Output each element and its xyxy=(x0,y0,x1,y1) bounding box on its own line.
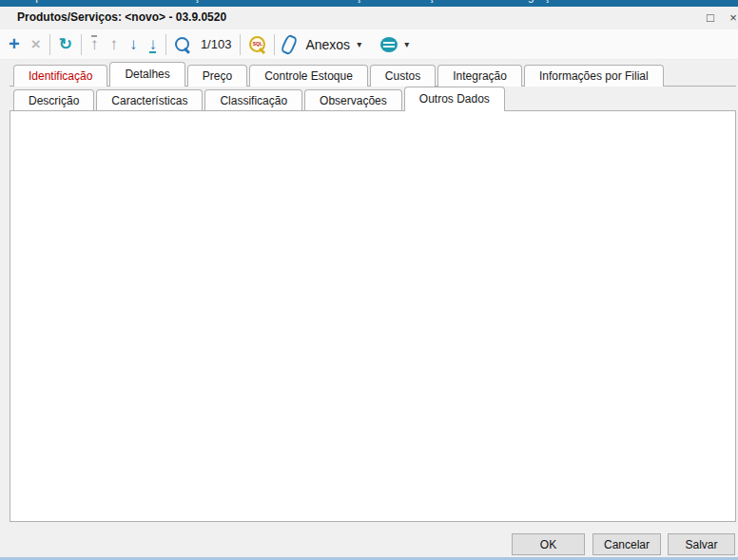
window-title: Produtos/Serviços: <novo> - 03.9.0520 xyxy=(17,10,226,24)
menu-item-orcamento[interactable]: Orçamento xyxy=(411,0,478,6)
menu-item-vendas[interactable]: Vendas xyxy=(88,0,138,6)
window-titlebar: Produtos/Serviços: <novo> - 03.9.0520 □ … xyxy=(0,7,738,30)
primary-tabstrip: Identificação Detalhes Preço Controle Es… xyxy=(13,63,666,87)
tab-identificacao[interactable]: Identificação xyxy=(13,65,107,87)
outros-dados-panel xyxy=(10,110,736,522)
cancelar-button[interactable]: Cancelar xyxy=(592,533,661,555)
close-icon[interactable]: × xyxy=(723,10,738,27)
tab-preco[interactable]: Preço xyxy=(187,65,247,87)
tab-controle-estoque[interactable]: Controle Estoque xyxy=(249,65,368,87)
tab-outros-dados[interactable]: Outros Dados xyxy=(404,87,505,111)
record-toolbar: + × ↻ ↑ ↑ ↓ ↓ 1/103 SQL Anexos ▾ xyxy=(0,29,738,60)
menu-item-customizacao[interactable]: Customização xyxy=(680,0,738,6)
refresh-icon[interactable]: ↻ xyxy=(59,36,72,52)
tab-integracao[interactable]: Integração xyxy=(437,65,522,87)
anexos-button[interactable]: Anexos xyxy=(305,37,350,52)
maximize-icon[interactable]: □ xyxy=(700,10,721,27)
print-icon[interactable] xyxy=(380,37,398,52)
menu-item-compras[interactable]: Compras xyxy=(6,0,64,6)
secondary-tabstrip: Descrição Características Classificação … xyxy=(13,87,507,111)
tab-custos[interactable]: Custos xyxy=(370,65,436,87)
last-record-icon[interactable]: ↓ xyxy=(148,36,157,52)
salvar-button[interactable]: Salvar xyxy=(668,533,735,555)
first-record-icon[interactable]: ↑ xyxy=(90,36,99,52)
previous-record-icon[interactable]: ↑ xyxy=(109,36,118,52)
tab-descricao[interactable]: Descrição xyxy=(13,89,94,111)
tab-detalhes[interactable]: Detalhes xyxy=(109,62,184,87)
sql-search-icon[interactable]: SQL xyxy=(249,36,265,52)
paperclip-icon[interactable] xyxy=(281,33,299,55)
next-record-icon[interactable]: ↓ xyxy=(129,36,138,52)
delete-record-icon[interactable]: × xyxy=(31,36,41,52)
main-menubar: Compras Vendas Serviços Dados de Movimen… xyxy=(0,0,738,7)
anexos-caret-icon[interactable]: ▾ xyxy=(357,39,361,49)
ok-button[interactable]: OK xyxy=(512,533,585,555)
add-record-icon[interactable]: + xyxy=(9,36,20,52)
record-counter: 1/103 xyxy=(201,37,232,51)
tab-informacoes-por-filial[interactable]: Informações por Filial xyxy=(524,65,664,87)
menu-item-usuarios[interactable]: Usuários xyxy=(599,0,655,6)
menu-item-integracoes[interactable]: Integrações xyxy=(503,0,574,6)
search-icon[interactable] xyxy=(175,37,189,51)
tab-observacoes[interactable]: Observações xyxy=(304,89,402,111)
menu-item-dados-movimentacoes[interactable]: Dados de Movimentações xyxy=(243,0,386,6)
application-window: Compras Vendas Serviços Dados de Movimen… xyxy=(0,0,738,560)
tab-classificacao[interactable]: Classificação xyxy=(204,89,302,111)
tab-caracteristicas[interactable]: Características xyxy=(96,89,203,111)
menu-item-servicos[interactable]: Serviços xyxy=(163,0,218,6)
print-caret-icon[interactable]: ▾ xyxy=(404,39,409,49)
